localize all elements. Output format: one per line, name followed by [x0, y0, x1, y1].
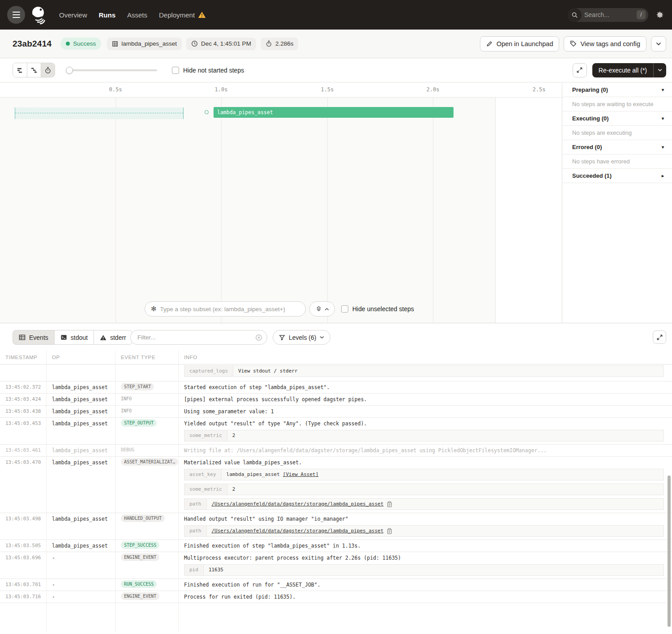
hide-not-started-checkbox[interactable]: Hide not started steps [172, 67, 244, 74]
gantt-time-axis: 0.5s1.0s1.5s2.0s2.5s [0, 83, 562, 98]
selector-asterisk-icon: ✻ [151, 305, 157, 313]
console-icon [60, 334, 67, 341]
log-filter-input[interactable] [137, 334, 255, 341]
tag-icon [570, 40, 577, 47]
log-row: 13:45:02.372lambda_pipes_assetSTEP_START… [0, 381, 672, 394]
copy-icon[interactable] [387, 528, 392, 534]
log-info: Multiprocess executor: parent process ex… [179, 552, 672, 578]
metadata-link[interactable]: /Users/alangenfeld/data/dagster/storage/… [212, 501, 384, 507]
open-in-launchpad-button[interactable]: Open in Launchpad [480, 36, 560, 51]
gantt-step-bar[interactable]: lambda_pipes_asset [214, 107, 454, 118]
reexecute-dropdown-caret[interactable] [653, 63, 666, 77]
log-info: Handled output "result" using IO manager… [179, 513, 672, 540]
slider-knob[interactable] [66, 67, 73, 74]
event-type-badge: STEP_START [121, 383, 154, 390]
log-info: Yielded output "result" of type "Any". (… [179, 418, 672, 444]
nav-item-runs[interactable]: Runs [99, 11, 116, 19]
sidebar-section-body: No steps have errored [562, 154, 672, 169]
menu-button[interactable] [7, 6, 25, 24]
sidebar-section-errored[interactable]: Errored (0)▾ [562, 140, 672, 154]
nav-item-assets[interactable]: Assets [127, 11, 147, 19]
logs-fullscreen-button[interactable] [653, 330, 666, 344]
gridline [433, 98, 433, 323]
log-info: [pipes] external process successfully op… [179, 394, 672, 405]
metadata-link[interactable]: View stdout / stderr [238, 368, 297, 374]
slider-track[interactable] [66, 69, 157, 71]
log-timestamp [0, 364, 47, 381]
table-icon [19, 334, 26, 341]
timing-view-button[interactable] [41, 63, 55, 77]
metadata-row: some_metric2 [184, 484, 664, 495]
dagster-logo-icon [30, 5, 47, 25]
gantt-fullscreen-button[interactable] [573, 63, 587, 77]
log-info: Finished execution of step "lambda_pipes… [179, 540, 672, 552]
chevron-down-icon: ▾ [662, 116, 664, 121]
filler-cell [116, 603, 179, 632]
run-tag[interactable]: 2.286s [261, 38, 299, 50]
log-event-type: STEP_START [116, 381, 179, 393]
tab-events[interactable]: Events [13, 330, 55, 345]
sidebar-section-executing[interactable]: Executing (0)▾ [562, 111, 672, 126]
sidebar-section-body: No steps are waiting to execute [562, 97, 672, 111]
run-tag[interactable]: lambda_pipes_asset [107, 38, 182, 50]
success-dot-icon [66, 42, 70, 46]
log-timestamp: 13:45:03.461 [0, 445, 47, 456]
log-message: Multiprocess executor: parent process ex… [184, 555, 664, 561]
graph-query-toggle-button[interactable] [309, 301, 335, 317]
log-row: 13:45:03.716-ENGINE_EVENTProcess for run… [0, 591, 672, 603]
metadata-value: /Users/alangenfeld/data/dagster/storage/… [207, 526, 664, 536]
logs-scrollbar-thumb[interactable] [668, 476, 671, 627]
gantt-panel: Hide not started steps Re-execute all (*… [0, 58, 672, 323]
tab-label: stdout [71, 334, 88, 341]
metadata-text: lambda_pipes_asset [227, 471, 280, 478]
filler-cell [47, 603, 116, 632]
log-op: - [47, 591, 116, 603]
log-row: 13:45:03.696-ENGINE_EVENTMultiprocess ex… [0, 552, 672, 579]
chevron-right-icon: ▸ [662, 173, 664, 178]
log-event-type: STEP_OUTPUT [116, 418, 179, 444]
log-filter-box[interactable] [130, 330, 267, 345]
search-input[interactable] [582, 11, 637, 18]
log-info: Process for run exited (pid: 11635). [179, 591, 672, 603]
levels-filter-button[interactable]: Levels (6) [273, 330, 330, 345]
sidebar-section-preparing[interactable]: Preparing (0)▾ [562, 83, 672, 97]
log-timestamp: 13:45:03.424 [0, 394, 47, 405]
gantt-zoom-slider[interactable] [66, 67, 157, 74]
metadata-value: 2 [227, 484, 663, 495]
waterfall-view-button[interactable] [27, 63, 41, 77]
checkbox-box[interactable] [341, 305, 348, 313]
view-tags-config-button[interactable]: View tags and config [564, 36, 646, 51]
log-info: Materialized value lambda_pipes_asset.as… [179, 457, 672, 513]
metadata-link[interactable]: [View Asset] [283, 471, 318, 478]
metadata-key: path [184, 499, 207, 510]
nav-item-overview[interactable]: Overview [59, 11, 87, 19]
chevron-down-icon [320, 336, 324, 339]
log-op: lambda_pipes_asset [47, 457, 116, 513]
gantt-view-mode-group [13, 63, 55, 77]
log-event-type: STEP_SUCCESS [116, 540, 179, 552]
axis-tick-label: 2.0s [427, 86, 440, 93]
checkbox-box[interactable] [172, 67, 179, 74]
log-timestamp: 13:45:03.453 [0, 418, 47, 444]
tab-stderr[interactable]: stderr [94, 330, 133, 345]
settings-gear-icon[interactable] [655, 11, 664, 19]
job-grid-icon [112, 41, 118, 47]
clear-filter-icon[interactable] [255, 334, 262, 341]
log-op: - [47, 579, 116, 591]
tab-stdout[interactable]: stdout [54, 330, 94, 345]
reexecute-all-button[interactable]: Re-execute all (*) [592, 63, 666, 77]
copy-icon[interactable] [387, 501, 392, 507]
filler-cell [0, 603, 47, 632]
hide-unselected-checkbox[interactable]: Hide unselected steps [341, 305, 414, 313]
flat-view-button[interactable] [13, 63, 27, 77]
top-nav: OverviewRunsAssetsDeployment / [0, 0, 672, 30]
nav-item-deployment[interactable]: Deployment [159, 11, 206, 19]
metadata-row: captured_logsView stdout / stderr [184, 365, 664, 377]
step-subset-input[interactable] [160, 306, 300, 313]
sidebar-section-succeeded[interactable]: Succeeded (1)▸ [562, 169, 672, 183]
run-actions-dropdown-button[interactable] [651, 36, 666, 51]
step-subset-box[interactable]: ✻ [145, 301, 306, 317]
run-tag[interactable]: Dec 4, 1:45:01 PM [186, 38, 256, 50]
search-box[interactable]: / [568, 8, 648, 22]
metadata-link[interactable]: /Users/alangenfeld/data/dagster/storage/… [212, 528, 384, 534]
